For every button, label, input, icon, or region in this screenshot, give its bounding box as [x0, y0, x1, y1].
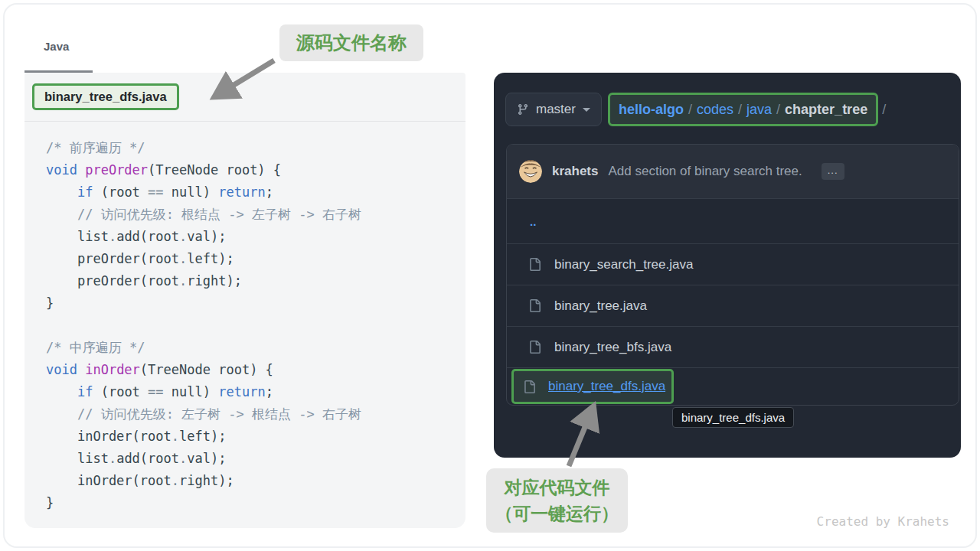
github-topbar: master hello-algo/codes/java/chapter_tre… — [505, 93, 886, 126]
code-line: // 访问优先级: 根结点 -> 左子树 -> 右子树 — [46, 204, 361, 226]
code-line: /* 前序遍历 */ — [46, 137, 361, 159]
file-row-binary_search_tree.java[interactable]: binary_search_tree.java — [507, 243, 959, 285]
file-name[interactable]: binary_tree.java — [554, 298, 647, 314]
code-block-2: /* 中序遍历 */void inOrder(TreeNode root) { … — [46, 337, 361, 514]
annotation-source-filename: 源码文件名称 — [279, 24, 423, 61]
code-line: preOrder(root.left); — [46, 248, 361, 270]
file-row-binary_tree.java[interactable]: binary_tree.java — [507, 285, 959, 326]
annotation-code-file-line2: （可一键运行） — [495, 500, 619, 527]
code-line: } — [46, 492, 361, 514]
code-panel: binary_tree_dfs.java /* 前序遍历 */void preO… — [24, 73, 466, 528]
code-line: inOrder(root.left); — [46, 425, 361, 448]
code-filename-box: binary_tree_dfs.java — [32, 83, 179, 110]
code-filename: binary_tree_dfs.java — [44, 90, 167, 103]
breadcrumb-item-chapter_tree: chapter_tree — [785, 102, 867, 118]
code-line: void inOrder(TreeNode root) { — [46, 359, 361, 381]
annotation-source-filename-text: 源码文件名称 — [296, 32, 407, 53]
code-line: list.add(root.val); — [46, 448, 361, 470]
breadcrumb-separator: / — [738, 102, 742, 118]
file-icon — [528, 299, 541, 312]
file-row-binary_tree_bfs.java[interactable]: binary_tree_bfs.java — [507, 326, 959, 367]
file-name[interactable]: binary_tree_dfs.java — [548, 379, 665, 394]
avatar[interactable] — [519, 160, 542, 183]
file-name[interactable]: binary_search_tree.java — [554, 257, 693, 272]
file-row-binary_tree_dfs.java[interactable]: binary_tree_dfs.java — [507, 367, 959, 405]
github-panel: master hello-algo/codes/java/chapter_tre… — [494, 73, 961, 458]
file-icon — [528, 341, 541, 354]
code-line: if (root == null) return; — [46, 181, 361, 204]
file-browser-box: krahets Add section of binary search tre… — [506, 144, 959, 406]
code-line: inOrder(root.right); — [46, 470, 361, 492]
breadcrumb: hello-algo/codes/java/chapter_tree — [619, 102, 867, 118]
breadcrumb-item-codes[interactable]: codes — [697, 102, 733, 118]
parent-directory-row[interactable]: .. — [507, 198, 959, 243]
caret-down-icon — [583, 108, 590, 116]
parent-directory-link[interactable]: .. — [507, 215, 536, 228]
code-line: list.add(root.val); — [46, 226, 361, 248]
breadcrumb-separator: / — [776, 102, 780, 118]
code-content: /* 前序遍历 */void preOrder(TreeNode root) {… — [46, 137, 361, 536]
highlighted-file-box[interactable]: binary_tree_dfs.java — [511, 369, 674, 404]
tab-java[interactable]: Java — [44, 40, 69, 53]
breadcrumb-item-hello-algo[interactable]: hello-algo — [619, 102, 684, 118]
code-line: preOrder(root.right); — [46, 270, 361, 292]
breadcrumb-separator: / — [688, 102, 692, 118]
breadcrumb-item-java[interactable]: java — [746, 102, 772, 118]
file-name[interactable]: binary_tree_bfs.java — [554, 340, 671, 355]
breadcrumb-trailing-slash: / — [882, 102, 886, 118]
latest-commit-row: krahets Add section of binary search tre… — [507, 145, 959, 198]
credit-text: Created by Krahets — [817, 514, 949, 529]
code-line: /* 中序遍历 */ — [46, 337, 361, 359]
code-line: if (root == null) return; — [46, 381, 361, 403]
code-block-1: /* 前序遍历 */void preOrder(TreeNode root) {… — [46, 137, 361, 315]
code-line: } — [46, 292, 361, 315]
file-icon — [523, 380, 536, 393]
commit-author[interactable]: krahets — [552, 164, 598, 179]
commit-more-button[interactable]: ... — [822, 163, 844, 180]
commit-message[interactable]: Add section of binary search tree. — [608, 164, 802, 179]
branch-name: master — [536, 102, 576, 117]
code-line: // 访问优先级: 左子树 -> 根结点 -> 右子树 — [46, 403, 361, 425]
branch-selector-button[interactable]: master — [505, 93, 602, 126]
annotation-code-file-line1: 对应代码文件 — [495, 474, 619, 500]
code-line: void preOrder(TreeNode root) { — [46, 159, 361, 181]
git-branch-icon — [517, 103, 529, 116]
file-tooltip: binary_tree_dfs.java — [672, 407, 794, 428]
code-header-divider — [24, 121, 466, 122]
breadcrumb-box: hello-algo/codes/java/chapter_tree — [608, 93, 878, 126]
annotation-code-file: 对应代码文件 （可一键运行） — [486, 468, 628, 533]
file-icon — [528, 258, 541, 271]
